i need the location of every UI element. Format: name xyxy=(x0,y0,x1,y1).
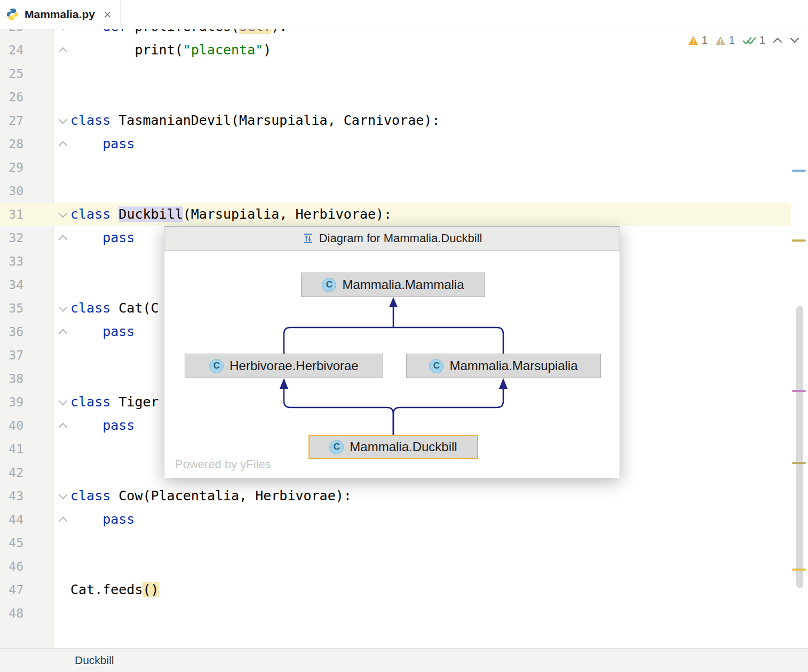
diagram-node-label: Mammalia.Duckbill xyxy=(350,439,457,454)
line-number[interactable]: 25 xyxy=(0,62,23,85)
line-number[interactable]: 34 xyxy=(0,273,23,297)
diagram-node-label: Mammalia.Marsupialia xyxy=(449,358,577,373)
line-number[interactable]: 41 xyxy=(0,437,23,461)
line-number[interactable]: 36 xyxy=(0,320,23,343)
error-stripe-mark[interactable] xyxy=(792,390,806,392)
edge-marsupialia-to-mammalia xyxy=(389,297,503,354)
line-number[interactable]: 28 xyxy=(0,132,23,156)
line-number[interactable]: 31 xyxy=(0,203,23,226)
code-line-46[interactable]: 46 xyxy=(0,555,791,578)
diagram-node-label: Mammalia.Mammalia xyxy=(342,277,464,292)
line-number[interactable]: 46 xyxy=(0,555,23,578)
tab-mammalia-py[interactable]: Mammalia.py × xyxy=(0,0,121,29)
line-number[interactable]: 47 xyxy=(0,578,23,602)
edge-duckbill-to-herbivorae xyxy=(280,378,393,435)
code-text: pass xyxy=(70,508,134,531)
tab-close-icon[interactable]: × xyxy=(104,8,112,21)
line-number[interactable]: 32 xyxy=(0,226,23,250)
code-line-26[interactable]: 26 xyxy=(0,85,791,109)
line-number[interactable]: 35 xyxy=(0,297,23,320)
fold-end-icon[interactable] xyxy=(59,235,68,244)
code-line-24[interactable]: 24 print("placenta") xyxy=(0,38,791,62)
fold-start-icon[interactable] xyxy=(59,115,68,124)
fold-start-icon[interactable] xyxy=(59,209,68,218)
code-text: class Cat(C xyxy=(70,297,159,320)
code-line-47[interactable]: 47Cat.feeds() xyxy=(0,578,791,602)
diagram-popup-titlebar[interactable]: Diagram for Mammalia.Duckbill xyxy=(164,227,620,251)
scrollbar-thumb[interactable] xyxy=(796,306,803,588)
code-text: pass xyxy=(70,226,134,250)
fold-end-icon[interactable] xyxy=(59,423,68,432)
code-text: class Duckbill(Marsupialia, Herbivorae): xyxy=(70,203,392,226)
fold-start-icon[interactable] xyxy=(59,303,68,312)
code-text: print("placenta") xyxy=(70,38,271,62)
inspections-widget: 1 1 1 xyxy=(688,34,799,46)
error-stripe-mark[interactable] xyxy=(792,569,806,571)
weak-warning-count: 1 xyxy=(729,34,735,46)
error-stripe-mark[interactable] xyxy=(792,239,806,242)
fold-start-icon[interactable] xyxy=(59,491,68,500)
fold-end-icon[interactable] xyxy=(59,329,68,338)
code-line-28[interactable]: 28 pass xyxy=(0,132,791,156)
inspection-warnings[interactable]: 1 xyxy=(688,34,708,46)
line-number[interactable]: 30 xyxy=(0,179,23,203)
diagram-node-label: Herbivorae.Herbivorae xyxy=(229,358,358,373)
fold-end-icon[interactable] xyxy=(59,47,68,57)
code-text: class Cow(Placentalia, Herbivorae): xyxy=(70,484,352,508)
diagram-icon xyxy=(302,233,314,244)
ide-window: 23 def proliferates(self):24 print("plac… xyxy=(0,0,808,672)
code-text: class TasmanianDevil(Marsupialia, Carniv… xyxy=(70,109,440,132)
line-number[interactable]: 38 xyxy=(0,367,23,390)
diagram-node-herbivorae-herbivorae[interactable]: CHerbivorae.Herbivorae xyxy=(185,354,383,378)
code-line-27[interactable]: 27class TasmanianDevil(Marsupialia, Carn… xyxy=(0,109,791,132)
code-text: class Tiger xyxy=(70,390,159,414)
code-line-45[interactable]: 45 xyxy=(0,531,791,555)
inspection-passed[interactable]: 1 xyxy=(742,34,765,46)
code-text: pass xyxy=(70,414,134,437)
diagram-popup-title: Diagram for Mammalia.Duckbill xyxy=(319,231,482,245)
code-line-31[interactable]: 31class Duckbill(Marsupialia, Herbivorae… xyxy=(0,203,791,226)
next-issue-chevron-down-icon[interactable] xyxy=(790,37,799,43)
code-text: Cat.feeds() xyxy=(70,578,159,602)
diagram-node-mammalia-duckbill[interactable]: CMammalia.Duckbill xyxy=(308,435,478,459)
line-number[interactable]: 24 xyxy=(0,38,23,62)
diagram-canvas[interactable]: Powered by yFiles CMammalia.MammaliaCHer… xyxy=(164,251,620,478)
line-number[interactable]: 29 xyxy=(0,156,23,179)
fold-end-icon[interactable] xyxy=(59,517,68,526)
code-text: pass xyxy=(70,132,134,156)
breadcrumb-duckbill[interactable]: Duckbill xyxy=(75,654,114,667)
code-line-25[interactable]: 25 xyxy=(0,62,791,85)
fold-end-icon[interactable] xyxy=(59,141,68,150)
class-icon: C xyxy=(329,440,344,454)
code-line-44[interactable]: 44 pass xyxy=(0,508,791,531)
warning-count: 1 xyxy=(702,34,708,46)
line-number[interactable]: 42 xyxy=(0,461,23,484)
error-stripe-mark[interactable] xyxy=(792,170,806,172)
diagram-node-mammalia-mammalia[interactable]: CMammalia.Mammalia xyxy=(301,273,485,297)
code-line-48[interactable]: 48 xyxy=(0,602,791,625)
code-line-29[interactable]: 29 xyxy=(0,156,791,179)
line-number[interactable]: 27 xyxy=(0,109,23,132)
line-number[interactable]: 26 xyxy=(0,85,23,109)
line-number[interactable]: 39 xyxy=(0,390,23,414)
line-number[interactable]: 48 xyxy=(0,602,23,625)
line-number[interactable]: 33 xyxy=(0,250,23,273)
error-stripe-mark[interactable] xyxy=(792,462,806,464)
diagram-popup: Diagram for Mammalia.Duckbill xyxy=(164,226,620,478)
tab-title: Mammalia.py xyxy=(25,8,95,21)
inspection-weak-warnings[interactable]: 1 xyxy=(715,34,735,46)
line-number[interactable]: 43 xyxy=(0,484,23,508)
line-number[interactable]: 44 xyxy=(0,508,23,531)
code-line-43[interactable]: 43class Cow(Placentalia, Herbivorae): xyxy=(0,484,791,508)
line-number[interactable]: 37 xyxy=(0,343,23,367)
fold-start-icon[interactable] xyxy=(59,397,68,406)
passed-count: 1 xyxy=(759,34,765,46)
code-line-30[interactable]: 30 xyxy=(0,179,791,203)
line-number[interactable]: 40 xyxy=(0,414,23,437)
line-number[interactable]: 45 xyxy=(0,531,23,555)
yfiles-watermark: Powered by yFiles xyxy=(175,458,271,471)
editor-tab-bar: Mammalia.py × xyxy=(0,0,808,29)
weak-warning-triangle-icon xyxy=(715,36,726,45)
diagram-node-mammalia-marsupialia[interactable]: CMammalia.Marsupialia xyxy=(406,354,601,378)
prev-issue-chevron-up-icon[interactable] xyxy=(773,37,782,43)
